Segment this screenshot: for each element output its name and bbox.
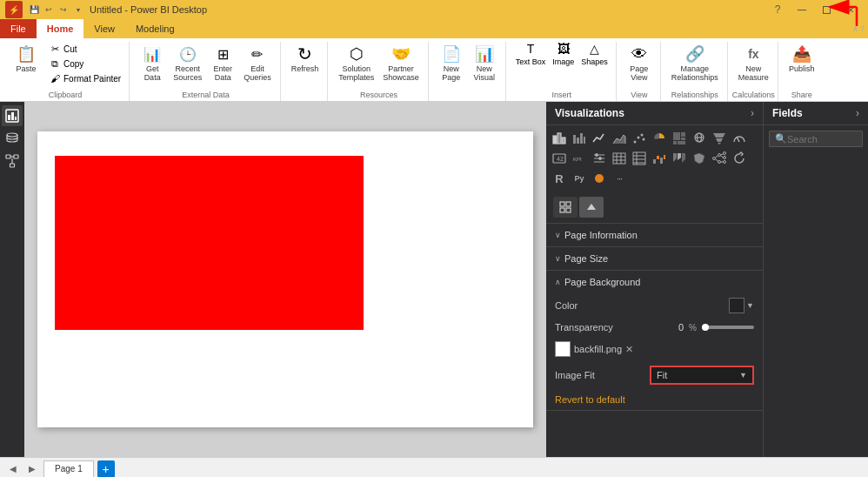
page-1-tab[interactable]: Page 1 xyxy=(43,460,94,478)
visualizations-chevron[interactable]: › xyxy=(751,107,754,119)
viz-waterfall[interactable] xyxy=(650,149,669,168)
viz-line[interactable] xyxy=(590,129,609,148)
search-input[interactable] xyxy=(787,134,857,144)
page-nav-prev[interactable]: ◀ xyxy=(5,461,21,477)
publish-button[interactable]: 📤 Publish xyxy=(785,42,818,76)
revert-link[interactable]: Revert to default xyxy=(546,389,763,410)
sidebar-icon-model[interactable] xyxy=(2,151,23,171)
viz-slicer[interactable] xyxy=(590,149,609,168)
maximize-button[interactable] xyxy=(814,0,838,19)
svg-rect-23 xyxy=(681,138,685,140)
format-fields-tab[interactable] xyxy=(553,197,578,218)
new-measure-button[interactable]: fx NewMeasure xyxy=(735,42,772,84)
viz-map[interactable] xyxy=(690,129,709,148)
svg-rect-68 xyxy=(566,202,571,206)
page-nav-next[interactable]: ▶ xyxy=(24,461,40,477)
resources-group: ⬡ SolutionTemplates 🤝 PartnerShowcase Re… xyxy=(330,42,429,101)
viz-gauge[interactable] xyxy=(730,129,749,148)
cut-label: Cut xyxy=(63,44,77,54)
format-format-tab[interactable] xyxy=(579,197,604,218)
new-visual-button[interactable]: 📊 NewVisual xyxy=(469,42,500,84)
page-information-header[interactable]: ∨ Page Information xyxy=(546,224,763,246)
tab-file[interactable]: File xyxy=(0,19,37,38)
page-background-group: ∧ Page Background Color ▼ Transparency xyxy=(546,271,763,411)
viz-decomp-tree[interactable] xyxy=(710,149,729,168)
page-size-group: ∨ Page Size xyxy=(546,247,763,271)
partner-showcase-button[interactable]: 🤝 PartnerShowcase xyxy=(379,42,423,84)
viz-more[interactable]: ··· xyxy=(610,169,629,188)
format-painter-button[interactable]: 🖌Format Painter xyxy=(46,71,124,85)
get-data-button[interactable]: 📊 GetData xyxy=(137,42,168,84)
color-control[interactable]: ▼ xyxy=(729,298,754,313)
enter-data-button[interactable]: ⊞ EnterData xyxy=(207,42,238,84)
image-button[interactable]: 🖼Image xyxy=(550,42,577,67)
ribbon-help[interactable]: ? xyxy=(860,24,865,33)
viz-python[interactable]: Py xyxy=(570,169,589,188)
viz-card[interactable]: 42 xyxy=(550,149,569,168)
sidebar-icon-data[interactable] xyxy=(2,128,23,149)
red-rectangle xyxy=(55,156,364,330)
text-box-button[interactable]: TText Box xyxy=(513,42,549,67)
image-remove-button[interactable]: ✕ xyxy=(625,344,633,355)
tab-modeling[interactable]: Modeling xyxy=(125,19,185,38)
paste-button[interactable]: 📋 Paste xyxy=(7,42,45,76)
ribbon-collapse[interactable]: ∧ xyxy=(852,24,858,33)
recent-sources-button[interactable]: 🕒 RecentSources xyxy=(170,42,205,84)
dropdown-icon[interactable]: ▼ xyxy=(72,3,84,16)
shapes-button[interactable]: △Shapes xyxy=(578,42,611,67)
transparency-label: Transparency xyxy=(555,322,613,333)
copy-button[interactable]: ⧉Copy xyxy=(46,57,124,71)
svg-point-4 xyxy=(7,133,17,137)
canvas-page[interactable] xyxy=(37,131,533,427)
page-view-button[interactable]: 👁 PageView xyxy=(624,42,655,84)
viz-refresh[interactable] xyxy=(730,149,749,168)
solution-templates-button[interactable]: ⬡ SolutionTemplates xyxy=(335,42,377,84)
viz-kpi[interactable]: KPI xyxy=(570,149,589,168)
viz-funnel[interactable] xyxy=(710,129,729,148)
viz-arc-gis[interactable] xyxy=(590,169,609,188)
canvas-area[interactable] xyxy=(24,102,546,457)
image-fit-select[interactable]: Fit ▼ xyxy=(650,366,754,385)
viz-pie[interactable] xyxy=(650,129,669,148)
edit-queries-button[interactable]: ✏ EditQueries xyxy=(240,42,275,84)
tab-view[interactable]: View xyxy=(83,19,125,38)
transparency-slider[interactable] xyxy=(702,326,754,329)
viz-area[interactable] xyxy=(610,129,629,148)
viz-treemap[interactable] xyxy=(670,129,689,148)
viz-clustered-bar[interactable] xyxy=(570,129,589,148)
manage-relationships-button[interactable]: 🔗 ManageRelationships xyxy=(668,42,722,84)
image-fit-value: Fit xyxy=(657,370,667,380)
viz-stacked-bar[interactable] xyxy=(550,129,569,148)
svg-rect-52 xyxy=(657,156,659,159)
page-background-header[interactable]: ∧ Page Background xyxy=(546,271,763,293)
title-bar-left: ⚡ 💾 ↩ ↪ ▼ Untitled - Power BI Desktop xyxy=(5,1,207,18)
format-section: ∨ Page Information ∨ Page Size ∧ Page Ba… xyxy=(546,224,763,411)
fields-search-bar[interactable]: 🔍 xyxy=(769,131,863,147)
close-button[interactable]: ✕ xyxy=(838,0,863,19)
viz-matrix[interactable] xyxy=(630,149,649,168)
viz-scatter[interactable] xyxy=(630,129,649,148)
viz-table[interactable] xyxy=(610,149,629,168)
undo-icon[interactable]: ↩ xyxy=(43,3,55,16)
minimize-button[interactable]: ─ xyxy=(790,0,814,19)
cut-button[interactable]: ✂Cut xyxy=(46,42,124,56)
add-page-button[interactable]: + xyxy=(97,460,115,478)
help-button[interactable]: ? xyxy=(765,0,790,19)
new-visual-icon: 📊 xyxy=(474,44,495,64)
share-group: 📤 Publish Share xyxy=(780,42,824,101)
viz-filled-map[interactable] xyxy=(690,149,709,168)
color-chevron[interactable]: ▼ xyxy=(746,301,754,310)
color-swatch[interactable] xyxy=(729,298,744,313)
refresh-button[interactable]: ↻ Refresh xyxy=(288,42,323,76)
fields-chevron[interactable]: › xyxy=(856,107,859,119)
resources-buttons: ⬡ SolutionTemplates 🤝 PartnerShowcase xyxy=(335,42,423,97)
tab-home[interactable]: Home xyxy=(37,19,84,38)
ribbon-content: 📋 Paste ✂Cut ⧉Copy 🖌Format Painter Clipb… xyxy=(0,38,868,101)
viz-r-visual[interactable]: R xyxy=(550,169,569,188)
viz-ribbon[interactable] xyxy=(670,149,689,168)
app-icon: ⚡ xyxy=(5,1,23,18)
save-icon[interactable]: 💾 xyxy=(28,3,40,16)
page-size-header[interactable]: ∨ Page Size xyxy=(546,247,763,270)
new-page-button[interactable]: 📄 NewPage xyxy=(436,42,467,84)
redo-icon[interactable]: ↪ xyxy=(57,3,70,16)
